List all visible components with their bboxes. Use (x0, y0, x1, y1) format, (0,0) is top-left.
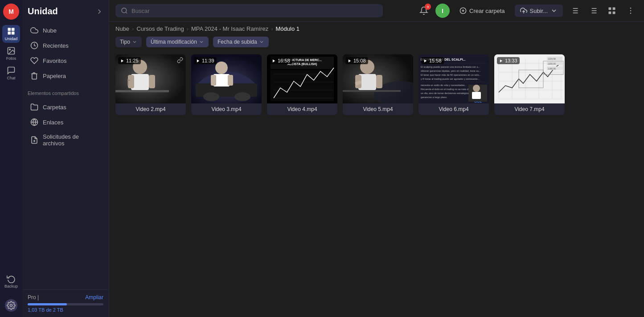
breadcrumb-sep-1: › (132, 25, 134, 32)
svg-rect-54 (211, 75, 216, 86)
list-item[interactable]: 1234.56 1200.00 1180.00 13:33 Video 7.mp… (494, 54, 565, 115)
sidebar-item-unidad[interactable]: Unidad (2, 25, 20, 43)
sidebar-item-favoritos[interactable]: Favoritos (25, 54, 106, 68)
svg-text:ganancias a largo plazo.: ganancias a largo plazo. (421, 96, 447, 99)
breadcrumb-trading[interactable]: Cursos de Trading (136, 25, 184, 32)
svg-text:necesita un estilo de vida y n: necesita un estilo de vida y necesidades… (421, 84, 467, 86)
view-detail-icon (570, 6, 579, 15)
play-icon-v7 (499, 59, 503, 63)
sidebar-title: Unidad (28, 6, 58, 16)
create-folder-label: Crear carpeta (469, 8, 505, 14)
breadcrumb-nube[interactable]: Nube (115, 25, 129, 32)
svg-rect-43 (115, 90, 169, 92)
sidebar-item-carpetas[interactable]: Carpetas (25, 100, 106, 114)
view-grid-btn[interactable] (605, 4, 619, 18)
clock-icon (30, 41, 38, 49)
video-label-v4: Video 4.mp4 (267, 103, 337, 115)
video-label-v6: Video 6.mp4 (418, 103, 489, 115)
video-label-v2: Video 2.mp4 (115, 103, 186, 115)
upgrade-btn[interactable]: Ampliar (85, 294, 103, 301)
svg-rect-1 (12, 28, 15, 31)
sidebar-item-recientes[interactable]: Recientes (25, 38, 106, 53)
video-duration-v7: 13:33 (497, 57, 520, 64)
filter-tipo-label: Tipo (120, 39, 130, 45)
list-icon (589, 6, 598, 15)
svg-point-52 (215, 62, 228, 74)
sidebar-item-nube[interactable]: Nube (25, 23, 106, 37)
play-icon-v5 (348, 59, 352, 63)
breadcrumb-modulo[interactable]: Módulo 1 (276, 25, 299, 32)
icon-bar-bottom: Backup (2, 272, 20, 313)
svg-rect-92 (472, 92, 481, 99)
svg-text:y 8 horas al trading puede ser: y 8 horas al trading puede ser agotador … (421, 78, 480, 80)
unidad-label: Unidad (5, 37, 18, 41)
list-item[interactable]: DESVENTAJAS DEL SCALPI... El scalping pu… (418, 54, 489, 115)
cloud-icon (30, 26, 38, 34)
list-item[interactable]: 11:25 Video 2.mp4 (115, 54, 186, 115)
view-icon-btn[interactable] (567, 4, 582, 18)
svg-text:1180.00: 1180.00 (548, 67, 556, 70)
search-box[interactable] (115, 4, 383, 17)
sidebar-item-solicitudes[interactable]: Solicitudes de archivos (25, 130, 106, 150)
sidebar-nav: Nube Recientes Favoritos Papelera (22, 21, 109, 85)
more-options-btn[interactable] (623, 4, 638, 18)
svg-rect-0 (8, 28, 11, 31)
sidebar-item-backup[interactable]: Backup (2, 272, 20, 290)
backup-label: Backup (4, 284, 18, 288)
breadcrumb: Nube › Cursos de Trading › MPA 2024 - Mr… (109, 22, 644, 34)
svg-point-50 (203, 92, 219, 101)
notification-btn[interactable]: 9 (417, 4, 431, 18)
svg-text:1200.00: 1200.00 (548, 62, 556, 65)
svg-text:obtener ganancias rápidas, per: obtener ganancias rápidas, pero en reali… (421, 70, 481, 72)
chevron-tipo-icon (132, 39, 137, 45)
filter-fecha-label: Fecha de subida (217, 39, 257, 45)
video-duration-v5: 15:08 (345, 57, 368, 64)
breadcrumb-mpa[interactable]: MPA 2024 - Mr Isaac Ramírez (191, 25, 268, 32)
filter-mod-label: Última modificación (151, 39, 197, 45)
svg-point-34 (630, 8, 632, 9)
upload-btn[interactable]: Subir... (515, 4, 563, 17)
video-thumb-v7: 1234.56 1200.00 1180.00 13:33 (494, 54, 565, 103)
video-duration-v2: 11:25 (118, 57, 141, 64)
sidebar-item-fotos[interactable]: Fotos (2, 45, 20, 62)
svg-marker-76 (349, 59, 351, 62)
sidebar-expand-icon[interactable] (95, 8, 103, 16)
kebab-icon (626, 6, 635, 15)
svg-point-6 (10, 305, 12, 307)
list-item[interactable]: 11:39 Video 3.mp4 (191, 54, 262, 115)
svg-text:El scalping puede parecer una : El scalping puede parecer una técnica li… (421, 66, 480, 68)
list-item[interactable]: ESTRUCTURA DE MERC... ALCISTA (BULLISH) … (267, 54, 337, 115)
sidebar-footer: Pro | Ampliar 1,03 TB de 2 TB (22, 289, 109, 317)
view-list-btn[interactable] (586, 4, 600, 18)
sidebar-item-chat[interactable]: Chat (2, 64, 20, 82)
app-logo[interactable]: M (3, 4, 19, 20)
shared-nav: Carpetas Enlaces Solicitudes de archivos (22, 98, 109, 152)
grid-icon (607, 6, 616, 15)
create-folder-btn[interactable]: Crear carpeta (454, 4, 510, 17)
video-thumb-v5: 15:08 (343, 54, 413, 103)
filter-tipo-btn[interactable]: Tipo (115, 37, 142, 47)
heart-icon (30, 57, 38, 65)
chat-label: Chat (7, 76, 15, 80)
settings-icon-btn[interactable] (3, 297, 19, 313)
svg-point-36 (630, 13, 632, 14)
sidebar-item-papelera[interactable]: Papelera (25, 69, 106, 83)
chevron-mod-icon (199, 39, 204, 45)
sidebar-item-enlaces[interactable]: Enlaces (25, 115, 106, 129)
search-icon (121, 7, 128, 14)
user-avatar-topbar[interactable]: I (435, 4, 450, 18)
link-icon-v2 (177, 57, 183, 65)
filter-fecha-btn[interactable]: Fecha de subida (213, 37, 269, 47)
chevron-fecha-icon (259, 39, 264, 45)
papelera-label: Papelera (43, 73, 66, 79)
search-input[interactable] (131, 8, 377, 14)
list-item[interactable]: 15:08 Video 5.mp4 (343, 54, 413, 115)
svg-rect-30 (609, 8, 611, 10)
filter-mod-btn[interactable]: Última modificación (146, 37, 209, 47)
play-icon-v6 (423, 59, 427, 63)
link-icon (30, 118, 38, 126)
topbar: 9 I Crear carpeta Subir... (109, 0, 644, 22)
filter-bar: Tipo Última modificación Fecha de subida (109, 34, 644, 51)
topbar-right: 9 I Crear carpeta Subir... (417, 4, 638, 18)
breadcrumb-sep-2: › (187, 25, 189, 32)
